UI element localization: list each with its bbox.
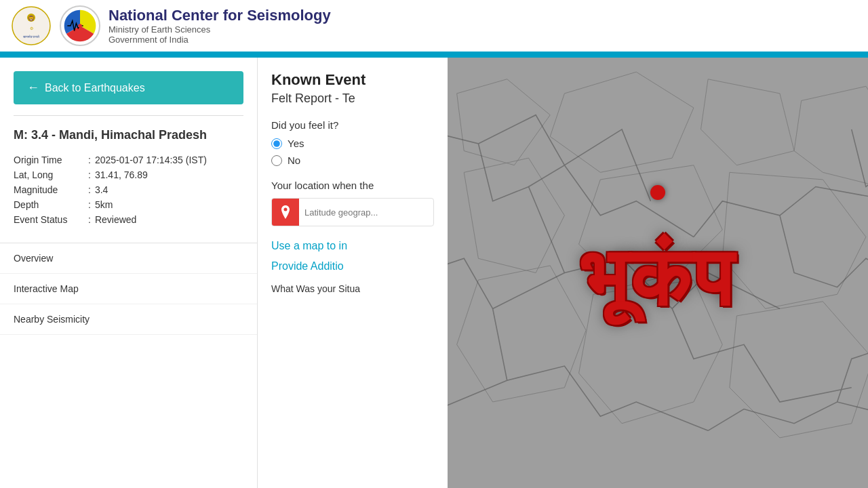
red-dot-decoration <box>650 185 665 200</box>
sidebar-nav: Overview Interactive Map Nearby Seismici… <box>0 243 257 335</box>
svg-text:⚙: ⚙ <box>30 26 33 30</box>
sidebar-item-overview[interactable]: Overview <box>0 243 257 274</box>
magnitude-value: 3.4 <box>95 184 108 195</box>
svg-text:सत्यमेव जयते: सत्यमेव जयते <box>22 35 39 39</box>
no-radio[interactable] <box>271 155 282 166</box>
sidebar: ← Back to Earthquakes M: 3.4 - Mandi, Hi… <box>0 58 258 488</box>
event-title: M: 3.4 - Mandi, Himachal Pradesh <box>0 127 257 155</box>
bhookamp-background: भूकंप <box>448 58 868 488</box>
ncs-logo-icon <box>60 5 100 46</box>
back-arrow-icon: ← <box>27 81 39 95</box>
svg-point-0 <box>12 7 50 45</box>
form-panel: Known Event Felt Report - Te Did you fee… <box>258 58 448 488</box>
feel-radio-group: Yes No <box>271 138 434 166</box>
govt-name: Government of India <box>108 35 331 45</box>
lat-long-row: Lat, Long : 31.41, 76.89 <box>14 169 243 180</box>
earthquake-image-panel: भूकंप <box>448 58 868 488</box>
origin-time-row: Origin Time : 2025-01-07 17:14:35 (IST) <box>14 155 243 165</box>
no-label: No <box>288 155 300 166</box>
magnitude-row: Magnitude : 3.4 <box>14 184 243 195</box>
form-heading: Known Event <box>271 71 434 89</box>
hindi-earthquake-text: भूकंप <box>580 230 735 325</box>
back-button-label: Back to Earthquakes <box>45 82 145 94</box>
lat-long-value: 31.41, 76.89 <box>95 169 148 180</box>
india-emblem-icon: 🦁 ⚙ सत्यमेव जयते <box>11 5 52 46</box>
origin-time-value: 2025-01-07 17:14:35 (IST) <box>95 155 207 165</box>
lat-long-label: Lat, Long <box>14 169 88 180</box>
yes-option[interactable]: Yes <box>271 138 434 149</box>
location-pin-button[interactable] <box>272 199 299 226</box>
event-details: Origin Time : 2025-01-07 17:14:35 (IST) … <box>0 155 257 229</box>
logo-area: 🦁 ⚙ सत्यमेव जयते National Center for Sei… <box>11 5 331 46</box>
magnitude-label: Magnitude <box>14 184 88 195</box>
event-status-label: Event Status <box>14 214 88 225</box>
depth-label: Depth <box>14 199 88 210</box>
location-input[interactable] <box>299 201 433 224</box>
event-status-value: Reviewed <box>95 214 136 225</box>
location-input-wrapper <box>271 198 434 226</box>
back-to-earthquakes-button[interactable]: ← Back to Earthquakes <box>14 71 243 104</box>
content-area: Known Event Felt Report - Te Did you fee… <box>258 58 868 488</box>
depth-value: 5km <box>95 199 113 210</box>
site-header: 🦁 ⚙ सत्यमेव जयते National Center for Sei… <box>0 0 868 54</box>
origin-time-label: Origin Time <box>14 155 88 165</box>
form-subheading: Felt Report - Te <box>271 92 434 106</box>
situation-question: What Was your Situa <box>271 283 434 294</box>
no-option[interactable]: No <box>271 155 434 166</box>
sidebar-item-nearby-seismicity[interactable]: Nearby Seismicity <box>0 304 257 335</box>
yes-radio[interactable] <box>271 138 282 149</box>
yes-label: Yes <box>288 138 304 149</box>
additional-info-link[interactable]: Provide Additio <box>271 260 434 272</box>
map-pin-icon <box>280 205 291 219</box>
header-title: National Center for Seismology Ministry … <box>108 7 331 45</box>
depth-row: Depth : 5km <box>14 199 243 210</box>
feel-question: Did you feel it? <box>271 119 434 131</box>
svg-text:🦁: 🦁 <box>28 15 35 22</box>
event-status-row: Event Status : Reviewed <box>14 214 243 225</box>
map-link[interactable]: Use a map to in <box>271 240 434 252</box>
org-name: National Center for Seismology <box>108 7 331 24</box>
svg-point-6 <box>78 24 82 28</box>
sidebar-divider <box>14 115 243 116</box>
location-question: Your location when the <box>271 180 434 191</box>
sidebar-item-interactive-map[interactable]: Interactive Map <box>0 274 257 304</box>
main-layout: ← Back to Earthquakes M: 3.4 - Mandi, Hi… <box>0 58 868 488</box>
ministry-name: Ministry of Earth Sciences <box>108 24 331 35</box>
